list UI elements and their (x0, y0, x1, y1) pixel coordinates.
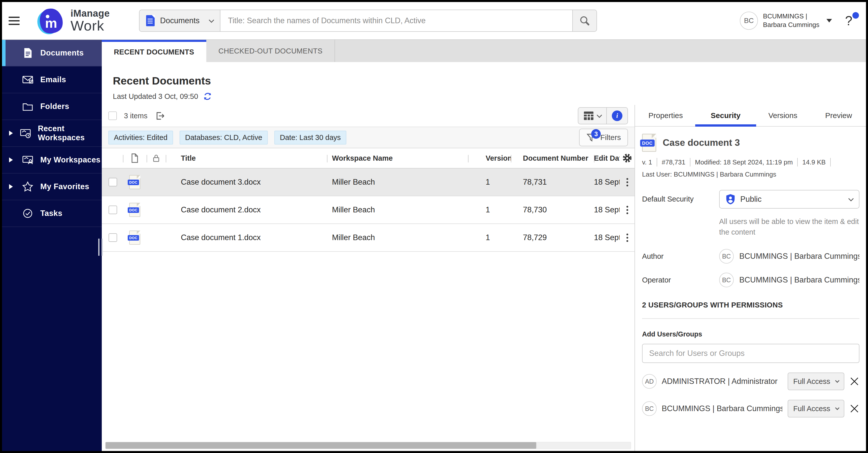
tab-security[interactable]: Security (708, 105, 743, 126)
sidebar-item-my-workspaces[interactable]: My Workspaces (2, 147, 102, 173)
main-column: RECENT DOCUMENTS CHECKED-OUT DOCUMENTS R… (102, 40, 866, 451)
cell-title[interactable]: Case document 2.docx (166, 196, 327, 224)
column-header-doc-number[interactable]: Document Number (511, 148, 594, 168)
expand-caret-icon[interactable] (9, 158, 13, 163)
table-view-icon (583, 111, 594, 120)
default-security-value: Public (740, 195, 762, 204)
scrollbar-thumb[interactable] (105, 442, 536, 449)
user-avatar[interactable]: BC (740, 11, 758, 30)
user-menu-caret-icon[interactable] (827, 19, 832, 23)
row-menu-kebab-icon[interactable] (624, 204, 630, 216)
expand-caret-icon[interactable] (9, 184, 13, 189)
row-checkbox[interactable] (108, 205, 117, 214)
info-button[interactable]: i (607, 108, 627, 124)
permission-user-name: ADMINISTRATOR | Administrator (662, 377, 783, 386)
documents-table: Title Workspace Name Version Document Nu… (102, 148, 634, 252)
cell-workspace: Miller Beach (327, 196, 468, 224)
table-row[interactable]: DOC Case document 2.docx Miller Beach 1 … (102, 196, 634, 224)
filter-chip-date[interactable]: Date: Last 30 days (274, 131, 346, 144)
recent-workspaces-icon (20, 127, 31, 139)
imanage-logo-icon: m (36, 6, 66, 35)
gear-icon (622, 153, 632, 164)
table-row[interactable]: DOC Case document 3.docx Miller Beach 1 … (102, 169, 634, 196)
sidebar-item-label: My Workspaces (40, 155, 100, 165)
divider (690, 158, 690, 167)
row-menu-kebab-icon[interactable] (624, 176, 630, 189)
tab-recent-documents[interactable]: RECENT DOCUMENTS (102, 40, 206, 62)
view-options-group: i (578, 107, 628, 124)
top-header: m iManage Work Documents BC (2, 2, 866, 40)
table-view-button[interactable] (578, 108, 607, 124)
sidebar-item-my-favorites[interactable]: My Favorites (2, 173, 102, 200)
default-security-dropdown[interactable]: Public (719, 190, 860, 208)
access-level-dropdown[interactable]: Full Access (788, 372, 844, 390)
sidebar-item-folders[interactable]: Folders (2, 93, 102, 120)
expand-caret-icon[interactable] (9, 131, 13, 136)
cell-title[interactable]: Case document 1.docx (166, 224, 327, 251)
file-type-column-icon (123, 148, 147, 168)
search-input[interactable] (220, 9, 572, 32)
help-button[interactable]: ? (845, 13, 856, 28)
cell-edit-date: 18 Sept 2024 (594, 169, 620, 196)
user-initials: BC (744, 17, 754, 25)
document-meta-row: v. 1 #78,731 Modified: 18 Sept 2024, 11:… (642, 158, 860, 167)
cell-version: 1 (468, 169, 511, 196)
chevron-down-icon (848, 196, 854, 201)
document-list-area: Recent Documents Last Updated 3 Oct, 09:… (102, 62, 634, 451)
default-security-field: Default Security Public (642, 190, 860, 237)
row-checkbox[interactable] (108, 178, 117, 187)
sidebar-item-label: Folders (40, 102, 69, 111)
table-header-row: Title Workspace Name Version Document Nu… (102, 148, 634, 169)
brand-name-bottom: Work (70, 19, 110, 33)
export-icon[interactable] (155, 111, 165, 121)
remove-permission-icon[interactable] (849, 403, 860, 414)
doc-file-icon: DOC (129, 230, 140, 245)
filters-button[interactable]: 3 Filters (579, 129, 628, 146)
tab-preview[interactable]: Preview (823, 105, 855, 126)
chevron-down-icon (209, 18, 214, 23)
tasks-icon (22, 207, 34, 220)
panel-document-title: Case document 3 (663, 138, 740, 148)
sidebar-item-recent-workspaces[interactable]: Recent Workspaces (2, 120, 102, 147)
search-button[interactable] (572, 9, 597, 32)
author-value: BCUMMINGS | Barbara Cummings (739, 252, 860, 261)
filters-button-label: Filters (600, 133, 621, 142)
divider (657, 158, 657, 167)
users-groups-search-input[interactable] (642, 344, 860, 363)
tab-properties[interactable]: Properties (646, 105, 685, 126)
avatar: AD (642, 374, 657, 389)
avatar: BC (642, 401, 657, 416)
horizontal-scrollbar[interactable] (105, 442, 631, 449)
column-header-edit-date[interactable]: Edit Date (594, 148, 620, 168)
tab-checked-out-documents[interactable]: CHECKED-OUT DOCUMENTS (206, 40, 335, 62)
hamburger-menu-icon[interactable] (8, 17, 20, 25)
brand-name-top: iManage (70, 8, 110, 18)
security-helper-text: All users will be able to view the item … (719, 216, 860, 237)
sidebar-item-documents[interactable]: Documents (2, 40, 102, 66)
table-row[interactable]: DOC Case document 1.docx Miller Beach 1 … (102, 224, 634, 252)
column-settings-gear[interactable] (620, 148, 635, 168)
cell-title[interactable]: Case document 3.docx (166, 169, 327, 196)
left-sidebar: Documents Emails Folders (2, 40, 102, 451)
global-search-bar: Documents (139, 9, 597, 32)
operator-field: Operator BC BCUMMINGS | Barbara Cummings (642, 273, 860, 287)
file-type-badge: DOC (640, 140, 654, 146)
row-checkbox[interactable] (108, 233, 117, 242)
sidebar-resize-handle[interactable] (98, 238, 103, 256)
row-menu-kebab-icon[interactable] (624, 231, 630, 244)
sidebar-item-emails[interactable]: Emails (2, 66, 102, 93)
last-updated-text: Last Updated 3 Oct, 09:50 (113, 92, 198, 101)
select-all-checkbox[interactable] (108, 112, 117, 120)
search-scope-dropdown[interactable]: Documents (139, 9, 221, 32)
filter-chip-activities[interactable]: Activities: Edited (108, 131, 173, 144)
remove-permission-icon[interactable] (849, 376, 860, 387)
column-header-version[interactable]: Version (468, 148, 511, 168)
refresh-icon[interactable] (203, 91, 212, 101)
tab-label: Security (711, 111, 741, 120)
tab-versions[interactable]: Versions (766, 105, 800, 126)
filter-chip-databases[interactable]: Databases: CLD, Active (180, 131, 268, 144)
column-header-title[interactable]: Title (166, 148, 327, 168)
sidebar-item-tasks[interactable]: Tasks (2, 200, 102, 227)
access-level-dropdown[interactable]: Full Access (788, 400, 844, 418)
column-header-workspace[interactable]: Workspace Name (327, 148, 468, 168)
